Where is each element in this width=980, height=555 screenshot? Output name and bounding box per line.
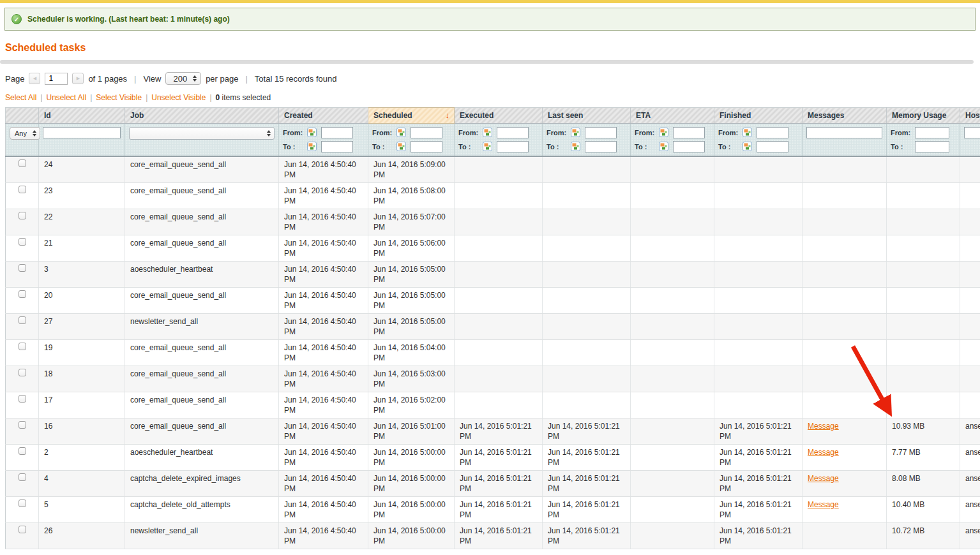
- filter-scheduled-to-input[interactable]: [411, 141, 442, 152]
- cell-id: 27: [39, 314, 125, 340]
- filter-memory-usage-to-input[interactable]: [915, 141, 949, 152]
- col-header-finished[interactable]: Finished: [714, 108, 803, 124]
- table-row: 3 aoescheduler_heartbeat Jun 14, 2016 4:…: [6, 262, 980, 288]
- col-header-scheduled[interactable]: Scheduled↓: [368, 108, 455, 124]
- cell-host: [960, 340, 980, 366]
- filter-scheduled: From:To :: [368, 124, 455, 157]
- filter-eta-from-input[interactable]: [673, 127, 705, 138]
- cell-eta: [631, 340, 714, 366]
- calendar-button[interactable]: [307, 142, 317, 152]
- unselect-all-link[interactable]: Unselect All: [46, 93, 86, 102]
- col-header-job[interactable]: Job: [125, 108, 279, 124]
- cell-last-seen: [543, 156, 631, 183]
- calendar-button[interactable]: [571, 142, 581, 152]
- filter-scheduled-from-input[interactable]: [411, 127, 442, 138]
- filter-to-label: To :: [718, 143, 740, 151]
- filter-any-select[interactable]: Any: [10, 127, 40, 140]
- filter-job-select[interactable]: [129, 127, 275, 140]
- row-checkbox[interactable]: [19, 526, 26, 533]
- cell-finished: Jun 14, 2016 5:01:21 PM: [714, 418, 803, 445]
- cell-host: [960, 288, 980, 314]
- cell-last-seen: [543, 288, 631, 314]
- filter-id-input[interactable]: [43, 127, 121, 138]
- table-row: 16 core_email_queue_send_all Jun 14, 201…: [6, 418, 980, 445]
- filter-memory-usage-from-input[interactable]: [915, 127, 949, 138]
- col-header-host[interactable]: Host: [960, 108, 980, 124]
- filter-created-from-input[interactable]: [321, 127, 353, 138]
- page-number-input[interactable]: [45, 73, 68, 85]
- row-checkbox[interactable]: [19, 316, 26, 324]
- col-header-messages[interactable]: Messages: [803, 108, 887, 124]
- row-checkbox[interactable]: [19, 159, 26, 167]
- next-page-button[interactable]: ▶: [72, 73, 84, 84]
- cell-job: core_email_queue_send_all: [125, 209, 279, 235]
- cell-host: ansem: [960, 445, 980, 471]
- cell-id: 17: [39, 392, 125, 418]
- filter-executed-from-input[interactable]: [497, 127, 529, 138]
- row-checkbox[interactable]: [19, 238, 26, 246]
- message-link[interactable]: Message: [808, 500, 839, 509]
- cell-eta: [631, 366, 714, 392]
- col-header-label: Scheduled: [373, 111, 412, 120]
- cell-finished: [714, 156, 803, 183]
- row-checkbox[interactable]: [19, 473, 26, 481]
- previous-page-button[interactable]: ◀: [29, 73, 40, 84]
- cell-messages: [803, 156, 887, 183]
- col-header-label: Job: [130, 111, 144, 120]
- filter-job: [125, 124, 279, 157]
- row-checkbox[interactable]: [19, 447, 26, 455]
- cell-last-seen: [543, 392, 631, 418]
- col-header-executed[interactable]: Executed: [455, 108, 543, 124]
- row-checkbox[interactable]: [19, 421, 26, 429]
- col-header-created[interactable]: Created: [279, 108, 368, 124]
- calendar-button[interactable]: [659, 128, 669, 138]
- cell-id: 20: [39, 288, 125, 314]
- calendar-button[interactable]: [743, 128, 753, 138]
- row-checkbox[interactable]: [19, 290, 26, 298]
- filter-eta-to-input[interactable]: [673, 141, 705, 152]
- select-all-link[interactable]: Select All: [5, 93, 36, 102]
- filter-last-seen-to-input[interactable]: [585, 141, 617, 152]
- calendar-button[interactable]: [659, 142, 669, 152]
- calendar-button[interactable]: [396, 142, 407, 152]
- filter-executed-to-input[interactable]: [497, 141, 529, 152]
- filter-messages-input[interactable]: [806, 127, 882, 138]
- cell-executed: [455, 366, 543, 392]
- filter-finished-from-input[interactable]: [757, 127, 788, 138]
- filter-finished-to-input[interactable]: [757, 141, 788, 152]
- calendar-button[interactable]: [307, 128, 317, 138]
- cell-created: Jun 14, 2016 4:50:40 PM: [279, 418, 368, 445]
- unselect-visible-link[interactable]: Unselect Visible: [151, 93, 206, 102]
- calendar-button[interactable]: [396, 128, 407, 138]
- message-link[interactable]: Message: [808, 448, 839, 457]
- message-link[interactable]: Message: [808, 474, 839, 483]
- row-checkbox[interactable]: [19, 186, 26, 193]
- cell-memory-usage: [887, 392, 960, 418]
- filter-created-to-input[interactable]: [321, 141, 353, 152]
- col-header-memory-usage[interactable]: Memory Usage: [887, 108, 960, 124]
- cell-id: 23: [39, 183, 125, 209]
- row-checkbox[interactable]: [19, 343, 26, 350]
- row-checkbox[interactable]: [19, 264, 26, 272]
- calendar-button[interactable]: [483, 142, 493, 152]
- calendar-button[interactable]: [483, 128, 493, 138]
- cell-id: 4: [39, 471, 125, 497]
- calendar-button[interactable]: [571, 128, 581, 138]
- filter-host-input[interactable]: [964, 127, 980, 138]
- col-header-last-seen[interactable]: Last seen: [543, 108, 631, 124]
- row-checkbox[interactable]: [19, 369, 26, 376]
- calendar-button[interactable]: [743, 142, 753, 152]
- row-checkbox[interactable]: [19, 395, 26, 403]
- col-header-eta[interactable]: ETA: [631, 108, 714, 124]
- row-checkbox[interactable]: [19, 212, 26, 219]
- calendar-icon: [396, 128, 406, 137]
- col-header-id[interactable]: Id: [39, 108, 125, 124]
- message-link[interactable]: Message: [808, 422, 839, 431]
- row-checkbox[interactable]: [19, 500, 26, 507]
- per-page-select[interactable]: 200: [165, 72, 201, 85]
- cell-created: Jun 14, 2016 4:50:40 PM: [279, 445, 368, 471]
- filter-last-seen-from-input[interactable]: [585, 127, 617, 138]
- select-visible-link[interactable]: Select Visible: [96, 93, 142, 102]
- cell-id: 21: [39, 235, 125, 262]
- cell-created: Jun 14, 2016 4:50:40 PM: [279, 288, 368, 314]
